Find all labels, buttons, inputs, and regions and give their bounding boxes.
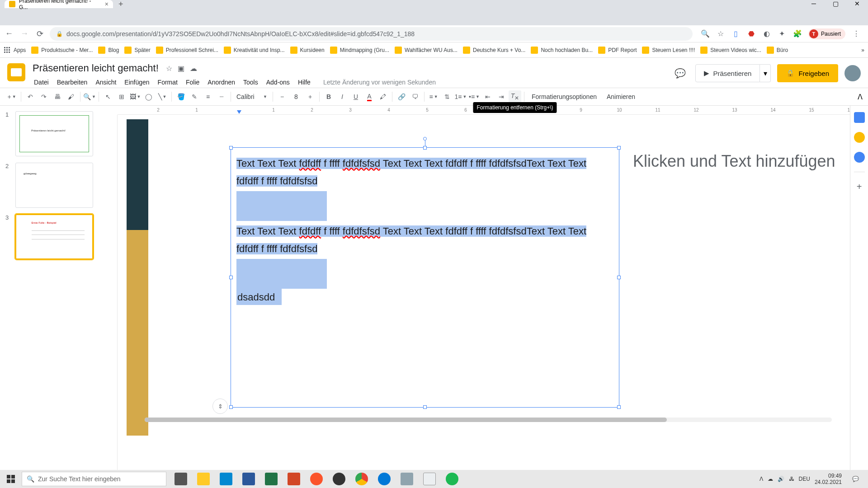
- add-addon-button[interactable]: +: [854, 181, 865, 192]
- profile-paused-button[interactable]: T Pausiert: [808, 28, 845, 39]
- print-button[interactable]: 🖶: [51, 90, 64, 103]
- italic-button[interactable]: I: [336, 90, 349, 103]
- resize-handle[interactable]: [423, 146, 427, 150]
- bookmark-item[interactable]: Mindmapping (Gru...: [330, 47, 389, 54]
- indent-marker-icon[interactable]: [237, 110, 241, 114]
- resize-handle[interactable]: [617, 276, 621, 279]
- resize-handle[interactable]: [423, 405, 427, 409]
- border-color-button[interactable]: ✎: [188, 90, 201, 103]
- tray-network-icon[interactable]: 🖧: [789, 476, 794, 482]
- taskbar-app-icon[interactable]: [215, 470, 237, 488]
- resize-handle[interactable]: [617, 146, 621, 150]
- bookmark-item[interactable]: Wahlfächer WU Aus...: [395, 47, 458, 54]
- zoom-button[interactable]: 🔍▼: [83, 90, 96, 103]
- window-close-button[interactable]: ✕: [846, 0, 868, 7]
- notes-placeholder-box[interactable]: Klicken und Text hinzufügen: [628, 147, 850, 408]
- taskbar-spotify-icon[interactable]: [441, 470, 463, 488]
- resize-handle[interactable]: [229, 405, 233, 409]
- indent-decrease-button[interactable]: ⇤: [481, 90, 494, 103]
- window-minimize-button[interactable]: ─: [803, 0, 825, 7]
- animate-button[interactable]: Animieren: [602, 93, 640, 100]
- extensions-icon[interactable]: 🧩: [793, 29, 802, 38]
- slide-canvas[interactable]: Text Text Text fdfdff f ffff fdfdfsfsd T…: [127, 119, 832, 436]
- slide-thumbnail-1[interactable]: Präsentieren leicht gemacht!: [15, 111, 93, 156]
- taskbar-powerpoint-icon[interactable]: [283, 470, 305, 488]
- bookmark-item[interactable]: Noch hochladen Bu...: [531, 47, 593, 54]
- notification-center-button[interactable]: 💬: [846, 470, 864, 488]
- taskbar-app2-icon[interactable]: [396, 470, 418, 488]
- star-icon[interactable]: ☆: [716, 29, 725, 38]
- bookmark-item[interactable]: Blog: [98, 47, 119, 54]
- border-weight-button[interactable]: ≡: [202, 90, 214, 103]
- menu-ansicht[interactable]: Ansicht: [92, 77, 119, 88]
- zoom-icon[interactable]: 🔍: [701, 29, 710, 38]
- line-tool-button[interactable]: ╲▼: [156, 90, 169, 103]
- present-dropdown-button[interactable]: ▾: [760, 64, 771, 82]
- star-document-button[interactable]: ☆: [166, 64, 172, 73]
- resize-handle[interactable]: [229, 146, 233, 150]
- horizontal-scrollbar[interactable]: [145, 418, 832, 424]
- menu-tools[interactable]: Tools: [240, 77, 261, 88]
- taskbar-word-icon[interactable]: [238, 470, 259, 488]
- present-button[interactable]: ▶ Präsentieren: [695, 64, 760, 82]
- insert-comment-button[interactable]: 🗨: [409, 90, 421, 103]
- highlight-color-button[interactable]: 🖍: [377, 90, 389, 103]
- tray-chevron-icon[interactable]: ᐱ: [760, 476, 763, 482]
- comments-button[interactable]: 💬: [671, 64, 689, 82]
- share-button[interactable]: 🔒 Freigeben: [777, 64, 838, 82]
- bookmark-item[interactable]: Kreativität und Insp...: [224, 47, 285, 54]
- tray-language[interactable]: DEU: [799, 476, 810, 482]
- textbox-tool-button[interactable]: ⊞: [115, 90, 128, 103]
- indent-increase-button[interactable]: ⇥: [495, 90, 508, 103]
- font-size-decrease-button[interactable]: −: [276, 90, 288, 103]
- bold-button[interactable]: B: [322, 90, 335, 103]
- slide-thumbnail-2[interactable]: gdwegewg: [15, 163, 93, 208]
- select-tool-button[interactable]: ↖: [102, 90, 114, 103]
- menu-einfuegen[interactable]: Einfügen: [121, 77, 152, 88]
- bookmark-apps[interactable]: Apps: [4, 47, 26, 54]
- border-dash-button[interactable]: ┈: [215, 90, 228, 103]
- menu-format[interactable]: Format: [155, 77, 181, 88]
- tray-clock[interactable]: 09:49 24.02.2021: [815, 473, 842, 486]
- calendar-addon-icon[interactable]: [854, 112, 865, 123]
- ext1-icon[interactable]: ◐: [762, 29, 771, 38]
- numbered-list-button[interactable]: 1≡▼: [454, 90, 467, 103]
- bookmark-item[interactable]: Steuern Lesen !!!!: [642, 47, 695, 54]
- task-view-button[interactable]: [170, 470, 192, 488]
- taskbar-brave-icon[interactable]: [306, 470, 327, 488]
- resize-handle[interactable]: [229, 276, 233, 279]
- underline-button[interactable]: U: [349, 90, 362, 103]
- line-spacing-button[interactable]: ⇅: [441, 90, 453, 103]
- window-maximize-button[interactable]: ▢: [825, 0, 846, 7]
- menu-addons[interactable]: Add-ons: [263, 77, 293, 88]
- shape-tool-button[interactable]: ◯: [142, 90, 155, 103]
- text-box-selected[interactable]: Text Text Text fdfdff f ffff fdfdfsfsd T…: [231, 147, 619, 408]
- move-document-button[interactable]: ▣: [178, 64, 184, 73]
- bookmark-item[interactable]: Deutsche Kurs + Vo...: [463, 47, 525, 54]
- autofit-button[interactable]: ⇕: [212, 399, 228, 414]
- block-icon[interactable]: ⬣: [747, 29, 756, 38]
- align-button[interactable]: ≡▼: [427, 90, 440, 103]
- insert-link-button[interactable]: 🔗: [395, 90, 408, 103]
- user-avatar[interactable]: [844, 65, 861, 81]
- tab-close-icon[interactable]: ×: [105, 0, 108, 8]
- image-tool-button[interactable]: 🖼▼: [129, 90, 142, 103]
- bookmarks-overflow-button[interactable]: »: [861, 47, 864, 53]
- bookmark-item[interactable]: PDF Report: [598, 47, 637, 54]
- new-tab-button[interactable]: +: [118, 0, 123, 9]
- tray-volume-icon[interactable]: 🔊: [778, 476, 784, 482]
- reader-icon[interactable]: ▯: [731, 29, 741, 38]
- text-box-content[interactable]: Text Text Text fdfdff f ffff fdfdfsfsd T…: [231, 148, 619, 313]
- taskbar-excel-icon[interactable]: [260, 470, 282, 488]
- bookmark-item[interactable]: Später: [124, 47, 150, 54]
- menu-hilfe[interactable]: Hilfe: [295, 77, 314, 88]
- clear-formatting-button[interactable]: T✕ Formatierung entfernen (Strg+\): [509, 90, 521, 103]
- bookmark-item[interactable]: Produktsuche - Mer...: [31, 47, 93, 54]
- nav-back-button[interactable]: ←: [4, 28, 14, 39]
- taskbar-explorer-icon[interactable]: [193, 470, 214, 488]
- text-color-button[interactable]: A: [363, 90, 376, 103]
- fill-color-button[interactable]: 🪣: [175, 90, 187, 103]
- bookmark-item[interactable]: Kursideen: [290, 47, 325, 54]
- menu-datei[interactable]: Datei: [31, 77, 52, 88]
- nav-forward-button[interactable]: →: [19, 28, 30, 39]
